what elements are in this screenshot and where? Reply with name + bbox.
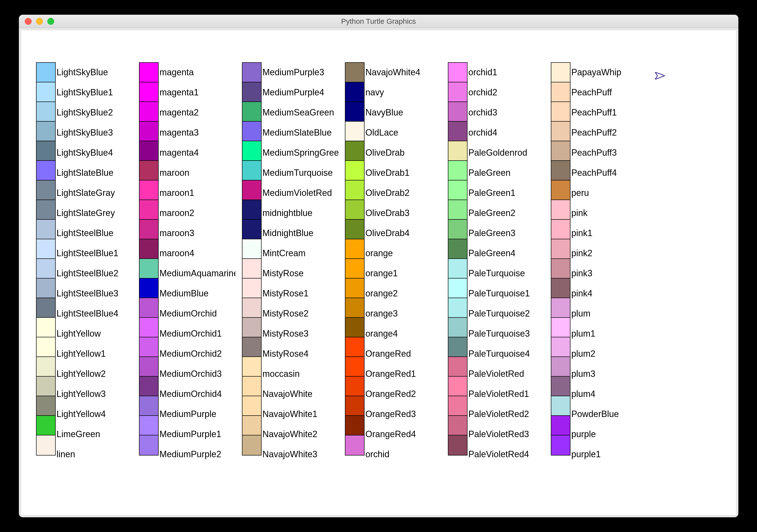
swatches-box — [551, 62, 570, 455]
color-swatch — [448, 122, 467, 141]
color-label: PeachPuff2 — [571, 123, 648, 143]
color-swatch — [139, 357, 158, 377]
color-swatch — [242, 377, 261, 396]
color-label: MistyRose3 — [262, 324, 339, 344]
color-swatch — [242, 122, 261, 141]
color-label: LightSlateGray — [57, 183, 133, 203]
color-label: maroon2 — [160, 203, 236, 223]
color-swatch — [37, 278, 55, 298]
color-swatch — [346, 122, 364, 141]
color-swatch — [551, 416, 570, 435]
color-swatch — [448, 298, 467, 318]
color-label: PowderBlue — [571, 404, 648, 424]
labels-box: PapayaWhipPeachPuffPeachPuff1PeachPuff2P… — [571, 62, 648, 464]
color-label: PaleTurquoise1 — [469, 283, 544, 303]
color-swatch — [242, 416, 261, 435]
color-label: PeachPuff — [571, 82, 648, 103]
color-label: MidnightBlue — [262, 223, 339, 243]
color-swatch — [346, 102, 364, 122]
color-label: OliveDrab2 — [366, 183, 441, 203]
color-label: NavajoWhite — [262, 384, 339, 404]
color-label: MediumBlue — [160, 283, 236, 303]
color-label: LightYellow1 — [57, 344, 133, 364]
color-swatch — [139, 278, 158, 298]
color-label: orchid3 — [469, 103, 544, 123]
color-swatch — [448, 318, 467, 337]
color-label: orange2 — [366, 283, 441, 303]
color-swatch — [37, 220, 55, 239]
color-swatch — [242, 82, 261, 102]
color-label: linen — [57, 444, 133, 464]
color-label: MediumSpringGreen — [262, 143, 339, 163]
color-swatch — [448, 278, 467, 298]
color-label: PaleVioletRed — [469, 364, 544, 384]
color-label: pink3 — [571, 263, 648, 283]
zoom-button[interactable] — [47, 18, 54, 25]
color-label: moccasin — [262, 364, 339, 384]
color-swatch — [242, 180, 261, 200]
color-swatch — [448, 220, 467, 239]
color-label: MediumOrchid4 — [160, 384, 236, 404]
color-label: LightSteelBlue4 — [57, 303, 133, 324]
color-swatch — [551, 259, 570, 278]
color-column: LightSkyBlueLightSkyBlue1LightSkyBlue2Li… — [36, 62, 133, 464]
minimize-button[interactable] — [36, 18, 43, 25]
color-swatch — [37, 141, 55, 161]
color-label: LightYellow — [57, 324, 133, 344]
color-swatch — [37, 63, 55, 82]
color-swatch — [448, 396, 467, 416]
swatches-box — [242, 62, 261, 455]
color-swatch — [242, 278, 261, 298]
color-swatch — [346, 259, 364, 278]
color-label: pink2 — [571, 243, 648, 263]
color-column: orchid1orchid2orchid3orchid4PaleGoldenro… — [448, 62, 545, 464]
color-label: pink — [571, 203, 648, 223]
color-swatch — [551, 318, 570, 337]
swatches-box — [448, 62, 468, 455]
color-label: PapayaWhip — [571, 62, 648, 82]
color-swatch — [448, 63, 467, 82]
color-swatch — [346, 435, 364, 455]
color-label: orange1 — [366, 263, 441, 283]
titlebar[interactable]: Python Turtle Graphics — [19, 15, 738, 28]
color-swatch — [448, 102, 467, 122]
color-swatch — [139, 435, 158, 455]
color-swatch — [448, 239, 467, 259]
color-swatch — [242, 396, 261, 416]
color-label: plum3 — [571, 364, 648, 384]
color-label: PaleVioletRed2 — [469, 404, 544, 424]
color-swatch — [551, 337, 570, 357]
color-swatch — [551, 377, 570, 396]
color-swatch — [346, 337, 364, 357]
color-label: LightSteelBlue2 — [57, 263, 133, 283]
color-swatch — [448, 337, 467, 357]
color-swatch — [551, 396, 570, 416]
color-label: PaleTurquoise4 — [469, 344, 544, 364]
color-label: MediumOrchid2 — [160, 344, 236, 364]
color-swatch — [242, 239, 261, 259]
close-button[interactable] — [25, 18, 32, 25]
app-window: Python Turtle Graphics LightSkyBlueLight… — [19, 15, 738, 517]
color-label: navy — [366, 82, 441, 103]
color-label: PaleGreen — [469, 163, 544, 183]
color-swatch — [551, 200, 570, 220]
color-swatch — [37, 298, 55, 318]
labels-box: magentamagenta1magenta2magenta3magenta4m… — [160, 62, 236, 464]
color-swatch — [139, 141, 158, 161]
color-swatch — [346, 141, 364, 161]
color-label: LightSteelBlue — [57, 223, 133, 243]
color-label: LightSkyBlue1 — [57, 82, 133, 103]
color-label: OliveDrab — [366, 143, 441, 163]
color-swatch — [346, 396, 364, 416]
color-label: PeachPuff3 — [571, 143, 648, 163]
color-label: MediumPurple2 — [160, 444, 236, 464]
color-swatch — [551, 161, 570, 180]
color-swatch — [242, 200, 261, 220]
color-swatch — [346, 377, 364, 396]
color-label: maroon1 — [160, 183, 236, 203]
color-swatch — [551, 82, 570, 102]
color-swatch — [139, 396, 158, 416]
color-label: PaleGreen1 — [469, 183, 544, 203]
turtle-canvas[interactable]: LightSkyBlueLightSkyBlue1LightSkyBlue2Li… — [21, 30, 736, 515]
color-label: orchid2 — [469, 82, 544, 103]
